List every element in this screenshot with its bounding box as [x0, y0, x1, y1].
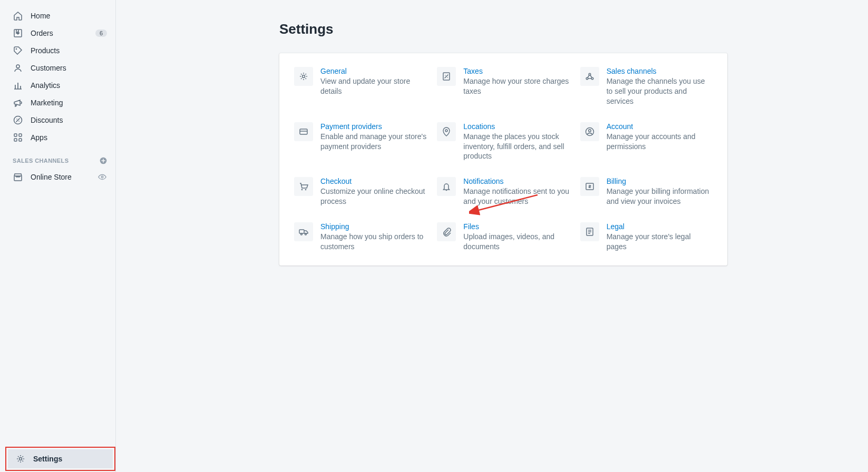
setting-shipping[interactable]: ShippingManage how you ship orders to cu…: [294, 222, 426, 252]
setting-desc: View and update your store details: [320, 76, 426, 96]
setting-desc: Manage notifications sent to you and you…: [463, 186, 569, 206]
setting-title: Sales channels: [607, 67, 713, 75]
sidebar-item-label: Analytics: [31, 81, 107, 90]
setting-desc: Manage your accounts and permissions: [607, 132, 713, 152]
setting-desc: Manage your billing information and view…: [607, 186, 713, 206]
sidebar-item-label: Online Store: [31, 173, 97, 181]
sidebar-item-label: Home: [31, 12, 107, 20]
products-icon: [13, 45, 23, 56]
clip-icon: [437, 222, 456, 241]
settings-highlight-annotation: Settings: [5, 447, 115, 471]
channels-icon: [580, 67, 599, 86]
orders-icon: [13, 28, 23, 38]
online-store-icon: [13, 172, 23, 182]
orders-badge: 6: [95, 30, 107, 37]
home-icon: [13, 11, 23, 21]
truck-icon: [294, 222, 313, 241]
setting-title: Taxes: [463, 67, 569, 75]
sales-channels-header: SALES CHANNELS: [5, 146, 115, 169]
location-icon: [437, 122, 456, 141]
sidebar-item-home[interactable]: Home: [7, 7, 113, 24]
main-content: Settings GeneralView and update your sto…: [116, 0, 868, 472]
settings-card: GeneralView and update your store detail…: [279, 53, 727, 266]
sidebar-item-label: Customers: [31, 64, 107, 72]
view-store-icon[interactable]: [97, 172, 107, 182]
discounts-icon: [13, 115, 23, 125]
receipt-icon: [437, 67, 456, 86]
setting-title: Checkout: [320, 177, 426, 185]
setting-title: Payment providers: [320, 122, 426, 131]
setting-title: Account: [607, 122, 713, 131]
card-icon: [294, 122, 313, 141]
legal-icon: [580, 222, 599, 241]
sidebar-item-online-store[interactable]: Online Store: [7, 169, 113, 185]
page-title: Settings: [279, 21, 868, 37]
setting-desc: Enable and manage your store's payment p…: [320, 132, 426, 152]
sidebar-item-label: Apps: [31, 133, 107, 142]
setting-desc: Manage your store's legal pages: [607, 232, 713, 252]
gear-icon: [15, 454, 26, 464]
setting-desc: Manage how your store charges taxes: [463, 76, 569, 96]
sidebar-item-products[interactable]: Products: [7, 42, 113, 59]
setting-general[interactable]: GeneralView and update your store detail…: [294, 67, 426, 106]
setting-title: Notifications: [463, 177, 569, 185]
marketing-icon: [13, 97, 23, 108]
sidebar-item-analytics[interactable]: Analytics: [7, 77, 113, 94]
sidebar-item-label: Marketing: [31, 99, 107, 107]
setting-title: Legal: [607, 222, 713, 231]
sidebar-item-label: Settings: [33, 455, 106, 463]
sidebar: Home Orders 6 Products Customers Analyti…: [5, 0, 116, 472]
sidebar-item-orders[interactable]: Orders 6: [7, 25, 113, 42]
setting-payment-providers[interactable]: Payment providersEnable and manage your …: [294, 122, 426, 162]
sidebar-item-label: Orders: [31, 29, 95, 37]
setting-taxes[interactable]: TaxesManage how your store charges taxes: [437, 67, 569, 106]
sales-channels-title: SALES CHANNELS: [13, 158, 69, 164]
cart-icon: [294, 177, 313, 196]
sidebar-item-settings[interactable]: Settings: [8, 449, 113, 468]
gear-icon: [294, 67, 313, 86]
setting-billing[interactable]: BillingManage your billing information a…: [580, 177, 713, 206]
setting-title: Billing: [607, 177, 713, 185]
setting-desc: Manage how you ship orders to customers: [320, 232, 426, 252]
sidebar-item-marketing[interactable]: Marketing: [7, 94, 113, 111]
analytics-icon: [13, 80, 23, 91]
setting-desc: Manage the channels you use to sell your…: [607, 76, 713, 106]
setting-title: General: [320, 67, 426, 75]
sidebar-item-customers[interactable]: Customers: [7, 60, 113, 76]
setting-locations[interactable]: LocationsManage the places you stock inv…: [437, 122, 569, 162]
account-icon: [580, 122, 599, 141]
customers-icon: [13, 63, 23, 73]
setting-desc: Manage the places you stock inventory, f…: [463, 132, 569, 162]
bell-icon: [437, 177, 456, 196]
sidebar-item-discounts[interactable]: Discounts: [7, 112, 113, 129]
setting-legal[interactable]: LegalManage your store's legal pages: [580, 222, 713, 252]
setting-checkout[interactable]: CheckoutCustomize your online checkout p…: [294, 177, 426, 206]
setting-desc: Customize your online checkout process: [320, 186, 426, 206]
setting-title: Locations: [463, 122, 569, 131]
setting-account[interactable]: AccountManage your accounts and permissi…: [580, 122, 713, 162]
sidebar-item-apps[interactable]: Apps: [7, 129, 113, 146]
setting-notifications[interactable]: NotificationsManage notifications sent t…: [437, 177, 569, 206]
sidebar-item-label: Discounts: [31, 116, 107, 124]
setting-desc: Upload images, videos, and documents: [463, 232, 569, 252]
billing-icon: [580, 177, 599, 196]
setting-title: Shipping: [320, 222, 426, 231]
setting-title: Files: [463, 222, 569, 231]
sidebar-item-label: Products: [31, 46, 107, 55]
add-channel-button[interactable]: [99, 156, 108, 165]
setting-files[interactable]: FilesUpload images, videos, and document…: [437, 222, 569, 252]
setting-sales-channels[interactable]: Sales channelsManage the channels you us…: [580, 67, 713, 106]
apps-icon: [13, 132, 23, 143]
